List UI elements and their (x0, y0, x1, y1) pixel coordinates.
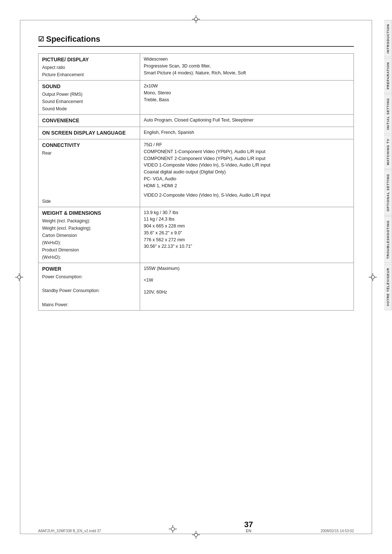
connectivity-sub1: Rear (42, 150, 136, 156)
picture-display-val1: Widescreen (144, 56, 350, 63)
convenience-values: Auto Program, Closed Captioning Full Tex… (140, 115, 354, 127)
power-sub3: Mains Power: (42, 301, 136, 308)
picture-display-val2: Progressive Scan, 3D comb filter,Smart P… (144, 63, 350, 77)
weight-val1: 13.9 kg / 30.7 lbs (144, 209, 350, 216)
power-values: 155W (Maximum) <1W 120V, 60Hz (140, 263, 354, 311)
power-sub1: Power Consumption: (42, 274, 136, 280)
crosshair-right-icon (369, 273, 377, 281)
sound-val1: 2x10W (144, 83, 350, 90)
weight-sub2: Weight (excl. Packaging): (42, 225, 136, 231)
svg-point-10 (17, 275, 21, 279)
footer-filename: A8AF2UH_32MF338 B_EN_v2.indd 37 (38, 529, 101, 533)
weight-val2: 11 kg / 24.3 lbs (144, 216, 350, 223)
page-title: ☑ Specifications (38, 34, 354, 44)
power-title: POWER (42, 265, 136, 273)
picture-display-sub1: Aspect ratio (42, 64, 136, 71)
section-connectivity: CONNECTIVITY Rear Side 75Ω / RF COMPONEN… (38, 139, 354, 207)
weight-val4: 35.6" x 26.2" x 9.0" (144, 230, 350, 237)
weight-val6: 30.56" x 22.13" x 10.71" (144, 243, 350, 250)
crosshair-left-icon (15, 273, 23, 281)
picture-display-values: Widescreen Progressive Scan, 3D comb fil… (140, 54, 354, 81)
weight-sub6: (WxHxD): (42, 254, 136, 260)
weight-header-cell: WEIGHT & DIMENSIONS Weight (incl. Packag… (38, 207, 140, 263)
sound-values: 2x10W Mono, Stereo Treble, Bass (140, 81, 354, 115)
connectivity-side: VIDEO 2-Composite Video (Video In), S-Vi… (144, 192, 350, 199)
sound-val3: Treble, Bass (144, 97, 350, 103)
picture-display-sub2: Picture Enhancement (42, 71, 136, 78)
page-number: 37 (244, 521, 253, 529)
spec-table: PICTURE/ DISPLAY Aspect ratio Picture En… (38, 53, 354, 311)
power-header-cell: POWER Power Consumption: Standby Power C… (38, 263, 140, 311)
sidebar-tab-initial-setting[interactable]: INITIAL SETTING (384, 94, 392, 134)
weight-val3: 904 x 665 x 228 mm (144, 223, 350, 230)
picture-display-header-cell: PICTURE/ DISPLAY Aspect ratio Picture En… (38, 54, 140, 81)
footer-timestamp: 2008/02/15 14:53:02 (320, 529, 354, 533)
weight-val5: 776 x 562 x 272 mm (144, 237, 350, 243)
connectivity-header-cell: CONNECTIVITY Rear Side (38, 139, 140, 207)
osdlang-val1: English, French, Spanish (144, 129, 350, 136)
svg-point-5 (194, 533, 197, 536)
main-content: ☑ Specifications PICTURE/ DISPLAY Aspect… (20, 20, 372, 534)
section-weight: WEIGHT & DIMENSIONS Weight (incl. Packag… (38, 207, 354, 263)
picture-display-title: PICTURE/ DISPLAY (42, 56, 136, 63)
weight-values: 13.9 kg / 30.7 lbs 11 kg / 24.3 lbs 904 … (140, 207, 354, 263)
sound-sub2: Sound Enhancement (42, 98, 136, 105)
section-power: POWER Power Consumption: Standby Power C… (38, 263, 354, 311)
checkbox-icon: ☑ (38, 35, 44, 43)
connectivity-sub2: Side (42, 198, 136, 205)
crosshair-bottom-icon (192, 531, 200, 539)
power-sub2: Standby Power Consumption: (42, 287, 136, 294)
sound-sub1: Output Power (RMS) (42, 91, 136, 98)
svg-point-15 (371, 275, 374, 279)
connectivity-title: CONNECTIVITY (42, 141, 136, 149)
section-sound: SOUND Output Power (RMS) Sound Enhanceme… (38, 81, 354, 115)
weight-sub4: (WxHxD): (42, 239, 136, 246)
page-title-text: Specifications (46, 34, 100, 44)
svg-point-20 (171, 527, 174, 530)
section-picture-display: PICTURE/ DISPLAY Aspect ratio Picture En… (38, 54, 354, 81)
convenience-header-cell: CONVENIENCE (38, 115, 140, 127)
weight-sub5: Product Dimension (42, 247, 136, 253)
weight-sub3: Carton Dimension (42, 232, 136, 239)
sidebar-tab-troubleshooting[interactable]: TROUBLESHOOTING (384, 216, 392, 263)
sidebar-tab-optional-setting[interactable]: OPTIONAL SETTING (384, 170, 392, 216)
osdlang-values: English, French, Spanish (140, 127, 354, 139)
crosshair-top-icon (192, 15, 200, 23)
power-val2: <1W (144, 277, 350, 284)
connectivity-rear: 75Ω / RF COMPONENT 1-Component Video (YP… (144, 141, 350, 189)
section-osdlang: ON SCREEN DISPLAY LANGUAGE English, Fren… (38, 127, 354, 139)
section-convenience: CONVENIENCE Auto Program, Closed Caption… (38, 115, 354, 127)
page-title-area: ☑ Specifications (38, 34, 354, 47)
osdlang-header-cell: ON SCREEN DISPLAY LANGUAGE (38, 127, 140, 139)
power-val3: 120V, 60Hz (144, 289, 350, 296)
convenience-val1: Auto Program, Closed Captioning Full Tex… (144, 117, 350, 124)
page-number-box: 37 EN (244, 521, 253, 533)
page-lang: EN (246, 529, 251, 533)
sound-val2: Mono, Stereo (144, 90, 350, 97)
sidebar-tab-introduction[interactable]: INTRODUCTION (384, 20, 392, 57)
sidebar-tab-votre-televiseur[interactable]: VOTRE TÉLÉVISEUR (384, 264, 392, 310)
sound-sub3: Sound Mode (42, 106, 136, 112)
weight-sub1: Weight (incl. Packaging): (42, 218, 136, 224)
osdlang-title: ON SCREEN DISPLAY LANGUAGE (42, 129, 136, 137)
power-val1: 155W (Maximum) (144, 265, 350, 272)
sound-title: SOUND (42, 83, 136, 90)
convenience-title: CONVENIENCE (42, 117, 136, 124)
footer-center (169, 525, 177, 533)
sound-header-cell: SOUND Output Power (RMS) Sound Enhanceme… (38, 81, 140, 115)
sidebar-tab-preparation[interactable]: PREPARATION (384, 58, 392, 93)
svg-point-0 (194, 17, 197, 21)
connectivity-values: 75Ω / RF COMPONENT 1-Component Video (YP… (140, 139, 354, 207)
crosshair-footer-center-icon (169, 525, 177, 533)
sidebar-tab-watching-tv[interactable]: WATCHING TV (384, 135, 392, 169)
weight-title: WEIGHT & DIMENSIONS (42, 209, 136, 217)
